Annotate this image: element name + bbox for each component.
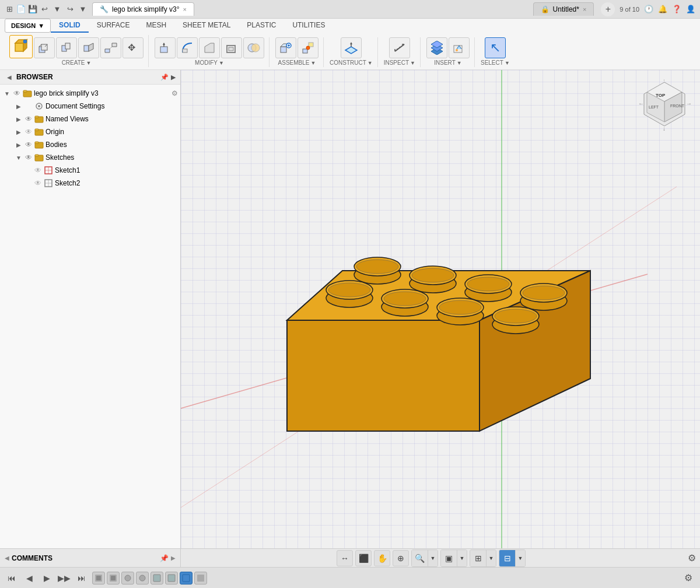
timeline-item-2[interactable] [107, 572, 120, 584]
tree-item-sketches[interactable]: ▼ 👁 Sketches [0, 151, 180, 164]
joint-button[interactable] [298, 37, 318, 58]
user-icon[interactable]: 👤 [686, 5, 695, 14]
insert-derive-button[interactable] [426, 37, 447, 58]
timeline-next-btn[interactable]: ▶▶ [57, 571, 71, 585]
sketches-arrow[interactable]: ▼ [14, 153, 23, 162]
assemble-dropdown[interactable]: ▼ [311, 60, 316, 66]
offset-plane-button[interactable] [341, 37, 362, 58]
zoom-btn[interactable]: 🔍 [412, 550, 428, 566]
press-pull-button[interactable] [155, 37, 176, 58]
measure-button[interactable] [389, 37, 410, 58]
select-dropdown[interactable]: ▼ [505, 60, 510, 66]
design-button[interactable]: DESIGN ▼ [5, 19, 51, 33]
tab-solid[interactable]: SOLID [51, 19, 89, 33]
browser-pin-icon[interactable]: 📌 [160, 74, 169, 81]
select-button[interactable]: ↖ [485, 37, 506, 58]
file-icon[interactable]: 📄 [16, 5, 26, 14]
namedviews-vis[interactable]: 👁 [23, 114, 34, 124]
decal-button[interactable] [449, 37, 470, 58]
move-copy-button[interactable]: ✥ [123, 37, 144, 58]
comments-pin-icon[interactable]: 📌 [160, 554, 169, 562]
combine-button[interactable] [243, 37, 264, 58]
docsettings-arrow[interactable]: ▶ [14, 102, 23, 111]
tab-sheet-metal[interactable]: SHEET METAL [174, 19, 239, 33]
tree-item-sketch2[interactable]: 👁 Sketch2 [0, 177, 180, 190]
root-visibility-icon[interactable]: 👁 [12, 88, 22, 99]
view-mode-dropdown[interactable]: ▼ [457, 550, 467, 566]
timeline-item-4[interactable] [136, 572, 149, 584]
sketch1-vis[interactable]: 👁 [33, 165, 43, 176]
viewport[interactable]: TOP FRONT LEFT ↓ ↑ → ← [181, 70, 700, 548]
redo-arrow[interactable]: ▼ [78, 5, 88, 14]
fillet-button[interactable] [177, 37, 198, 58]
comments-panel-arrow[interactable]: ▶ [171, 555, 176, 561]
inspect-dropdown[interactable]: ▼ [410, 60, 415, 66]
root-collapse-arrow[interactable]: ▼ [2, 89, 12, 98]
timeline-first-btn[interactable]: ⏮ [5, 571, 19, 585]
timeline-item-3[interactable] [121, 572, 134, 584]
grid-dropdown[interactable]: ▼ [487, 550, 496, 566]
timeline-last-btn[interactable]: ⏭ [75, 571, 89, 585]
sketch2-vis[interactable]: 👁 [33, 178, 43, 188]
grid-icon[interactable]: ⊞ [5, 5, 14, 14]
tree-item-origin[interactable]: ▶ 👁 Origin [0, 125, 180, 138]
bodies-arrow[interactable]: ▶ [14, 140, 23, 149]
viewport-layout-dropdown[interactable]: ▼ [516, 550, 525, 566]
root-settings-icon[interactable]: ⚙ [172, 89, 178, 97]
create-dropdown[interactable]: ▼ [86, 60, 91, 66]
active-tab[interactable]: 🔧 lego brick simplify v3° × [92, 2, 194, 16]
construct-dropdown[interactable]: ▼ [368, 60, 373, 66]
origin-vis[interactable]: 👁 [23, 127, 34, 137]
view-mode-btn[interactable]: ▣ [441, 550, 457, 566]
shell-button[interactable] [221, 37, 242, 58]
origin-arrow[interactable]: ▶ [14, 127, 23, 136]
timeline-settings-btn[interactable]: ⚙ [681, 571, 695, 585]
comments-collapse-arrow[interactable]: ◀ [5, 555, 9, 561]
zoom-dropdown[interactable]: ▼ [428, 550, 438, 566]
clock-icon[interactable]: 🕐 [644, 5, 653, 14]
tab-close-button[interactable]: × [183, 6, 187, 13]
insert-dropdown[interactable]: ▼ [457, 60, 462, 66]
new-tab-button[interactable]: + [601, 2, 615, 16]
undo-icon[interactable]: ↩ [40, 5, 49, 14]
viewport-orbit-btn[interactable]: ⊕ [393, 550, 409, 566]
design-dropdown-arrow[interactable]: ▼ [38, 22, 44, 29]
tree-item-sketch1[interactable]: 👁 Sketch1 [0, 164, 180, 177]
timeline-item-6[interactable] [165, 572, 178, 584]
viewport-settings-btn[interactable]: ⚙ [684, 550, 700, 566]
undo-arrow[interactable]: ▼ [52, 5, 62, 14]
tree-item-bodies[interactable]: ▶ 👁 Bodies [0, 138, 180, 151]
viewport-layout-btn[interactable]: ⊟ [499, 550, 516, 566]
create-solid-button[interactable] [9, 35, 33, 58]
viewport-select-btn[interactable]: ↔ [337, 550, 353, 566]
bodies-vis[interactable]: 👁 [23, 139, 34, 150]
tree-item-namedviews[interactable]: ▶ 👁 Named Views [0, 113, 180, 125]
revolve-button[interactable] [56, 37, 77, 58]
tab-utilities[interactable]: UTILITIES [284, 19, 333, 33]
tab-surface[interactable]: SURFACE [89, 19, 138, 33]
sketches-vis[interactable]: 👁 [23, 152, 34, 163]
modify-dropdown[interactable]: ▼ [219, 60, 224, 66]
notification-icon[interactable]: 🔔 [658, 5, 667, 14]
extrude-button[interactable] [34, 37, 55, 58]
help-icon[interactable]: ❓ [672, 5, 681, 14]
sweep-button[interactable] [78, 37, 99, 58]
chamfer-button[interactable] [199, 37, 220, 58]
timeline-item-8[interactable] [194, 572, 207, 584]
timeline-prev-btn[interactable]: ◀ [22, 571, 36, 585]
untitled-tab[interactable]: 🔒 Untitled* × [533, 2, 594, 16]
timeline-play-btn[interactable]: ▶ [40, 571, 54, 585]
tab-mesh[interactable]: MESH [138, 19, 174, 33]
loft-button[interactable] [100, 37, 121, 58]
timeline-item-7[interactable] [180, 572, 192, 584]
timeline-item-1[interactable] [92, 572, 105, 584]
timeline-item-5[interactable] [150, 572, 163, 584]
tree-item-docsettings[interactable]: ▶ Document Settings [0, 100, 180, 113]
browser-panel-arrow[interactable]: ▶ [171, 74, 176, 81]
browser-collapse-arrow[interactable]: ◀ [5, 72, 14, 82]
save-icon[interactable]: 💾 [28, 5, 37, 14]
redo-icon[interactable]: ↪ [65, 5, 75, 14]
viewport-pan-btn[interactable]: ✋ [374, 550, 390, 566]
untitled-tab-close[interactable]: × [583, 6, 586, 13]
tab-plastic[interactable]: PLASTIC [239, 19, 284, 33]
